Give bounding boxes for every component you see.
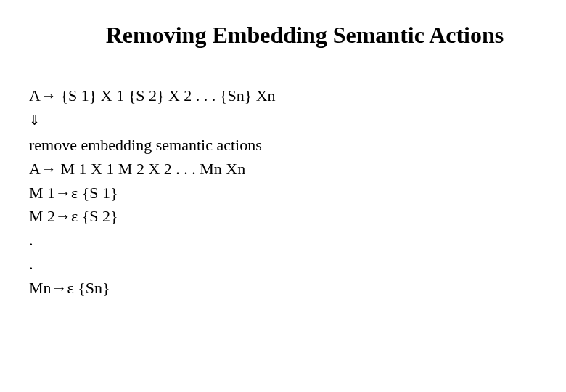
remove-description: remove embedding semantic actions [29,134,537,157]
marker-rule-n: Mn→ε {Sn} [29,277,537,300]
ellipsis-dot-2: . [29,253,537,276]
slide-content: A→ {S 1} X 1 {S 2} X 2 . . . {Sn} Xn ⇓ r… [29,85,537,300]
slide-container: Removing Embedding Semantic Actions A→ {… [0,0,566,392]
marker-rule-2: M 2→ε {S 2} [29,205,537,228]
grammar-rule-original: A→ {S 1} X 1 {S 2} X 2 . . . {Sn} Xn [29,85,537,107]
marker-rule-1: M 1→ε {S 1} [29,182,537,205]
down-arrow-icon: ⇓ [29,112,537,130]
ellipsis-dot-1: . [29,229,537,252]
grammar-rule-transformed: A→ M 1 X 1 M 2 X 2 . . . Mn Xn [29,158,537,181]
slide-title: Removing Embedding Semantic Actions [29,22,537,49]
